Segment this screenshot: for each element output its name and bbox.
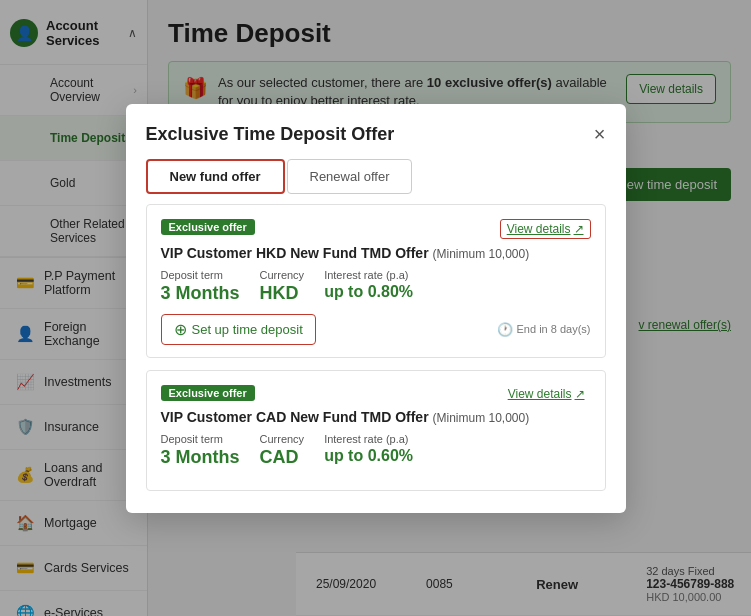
interest-rate-col-2: Interest rate (p.a) up to 0.60% <box>324 433 413 468</box>
deposit-term-value-2: 3 Months <box>161 447 240 468</box>
currency-value-2: CAD <box>260 447 305 468</box>
end-notice-1: 🕐 End in 8 day(s) <box>497 322 591 337</box>
view-details-link-1[interactable]: View details ↗ <box>500 219 591 239</box>
offer-min-1: (Minimum 10,000) <box>432 247 529 261</box>
deposit-term-label-1: Deposit term <box>161 269 240 281</box>
modal-title: Exclusive Time Deposit Offer <box>146 124 395 145</box>
offer-title-1: VIP Customer HKD New Fund TMD Offer (Min… <box>161 245 591 261</box>
currency-col-2: Currency CAD <box>260 433 305 468</box>
tab-new-fund-offer[interactable]: New fund offer <box>146 159 285 194</box>
deposit-term-label-2: Deposit term <box>161 433 240 445</box>
view-details-link-2[interactable]: View details ↗ <box>502 385 591 403</box>
offer-min-2: (Minimum 10,000) <box>432 411 529 425</box>
offer-title-text-2: VIP Customer CAD New Fund TMD Offer <box>161 409 429 425</box>
deposit-term-col-2: Deposit term 3 Months <box>161 433 240 468</box>
external-link-icon-1: ↗ <box>574 222 584 236</box>
currency-value-1: HKD <box>260 283 305 304</box>
interest-rate-col-1: Interest rate (p.a) up to 0.80% <box>324 269 413 304</box>
offer-footer-1: ⊕ Set up time deposit 🕐 End in 8 day(s) <box>161 314 591 345</box>
currency-label-2: Currency <box>260 433 305 445</box>
end-notice-text-1: End in 8 day(s) <box>517 323 591 335</box>
offer-top-1: Exclusive offer View details ↗ <box>161 219 591 239</box>
external-link-icon-2: ↗ <box>575 387 585 401</box>
offer-title-text-1: VIP Customer HKD New Fund TMD Offer <box>161 245 429 261</box>
interest-rate-value-1: up to 0.80% <box>324 283 413 301</box>
deposit-term-value-1: 3 Months <box>161 283 240 304</box>
modal-header: Exclusive Time Deposit Offer × <box>126 104 626 145</box>
currency-label-1: Currency <box>260 269 305 281</box>
offer-card-2: Exclusive offer View details ↗ VIP Custo… <box>146 370 606 491</box>
modal-tabs: New fund offer Renewal offer <box>126 145 626 194</box>
offer-details-2: Deposit term 3 Months Currency CAD Inter… <box>161 433 591 468</box>
setup-time-deposit-button-1[interactable]: ⊕ Set up time deposit <box>161 314 316 345</box>
currency-col-1: Currency HKD <box>260 269 305 304</box>
view-details-text-1: View details <box>507 222 571 236</box>
offer-top-2: Exclusive offer View details ↗ <box>161 385 591 403</box>
exclusive-offer-modal: Exclusive Time Deposit Offer × New fund … <box>126 104 626 513</box>
modal-close-button[interactable]: × <box>594 124 606 144</box>
interest-rate-value-2: up to 0.60% <box>324 447 413 465</box>
exclusive-badge-1: Exclusive offer <box>161 219 255 235</box>
tab-renewal-offer[interactable]: Renewal offer <box>287 159 413 194</box>
plus-icon-1: ⊕ <box>174 320 187 339</box>
modal-overlay: Exclusive Time Deposit Offer × New fund … <box>0 0 751 616</box>
offer-details-1: Deposit term 3 Months Currency HKD Inter… <box>161 269 591 304</box>
clock-icon-1: 🕐 <box>497 322 513 337</box>
view-details-text-2: View details <box>508 387 572 401</box>
offer-card-1: Exclusive offer View details ↗ VIP Custo… <box>146 204 606 358</box>
setup-btn-label-1: Set up time deposit <box>192 322 303 337</box>
deposit-term-col-1: Deposit term 3 Months <box>161 269 240 304</box>
exclusive-badge-2: Exclusive offer <box>161 385 255 401</box>
offer-title-2: VIP Customer CAD New Fund TMD Offer (Min… <box>161 409 591 425</box>
modal-body: Exclusive offer View details ↗ VIP Custo… <box>126 194 626 513</box>
interest-rate-label-2: Interest rate (p.a) <box>324 433 413 445</box>
interest-rate-label-1: Interest rate (p.a) <box>324 269 413 281</box>
